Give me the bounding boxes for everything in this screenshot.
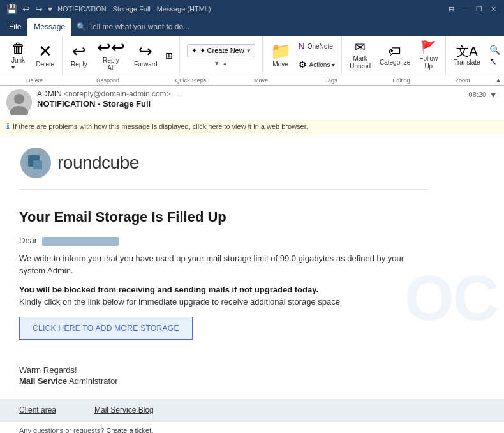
restore-button[interactable]: ❐ [473, 3, 485, 15]
translate-button[interactable]: 文A Translate [450, 37, 484, 74]
email-from: ADMIN <noreply@domain-admin.com> ... [37, 89, 464, 98]
ribbon-group-respond: ↩ Reply ↩↩ Reply All ↪ Forward ⊞ [63, 36, 180, 75]
footer-link-client[interactable]: Client area [19, 406, 56, 414]
mark-unread-button[interactable]: ✉ Mark Unread [346, 37, 374, 74]
email-subject: NOTIFICATION - Storage Full [37, 99, 464, 109]
info-bar[interactable]: ℹ If there are problems with how this me… [0, 119, 504, 133]
follow-up-button[interactable]: 🚩 Follow Up [415, 37, 441, 74]
quicksteps-expand-icon[interactable]: ▼ [214, 60, 219, 66]
junk-label: Junk ▾ [11, 57, 26, 71]
email-footer2: Any questions or requests? Create a tick… [0, 421, 504, 433]
footer-ticket-link[interactable]: Create a ticket. [106, 427, 153, 433]
actions-button[interactable]: ⚙ Actions ▾ [296, 59, 338, 70]
roundcube-text: roundcube [57, 153, 139, 173]
cta-button[interactable]: CLICK HERE TO ADD MORE STORAGE [19, 317, 193, 340]
window-title: NOTIFICATION - Storage Full - Message (H… [57, 5, 211, 13]
search-icon: 🔍 [77, 22, 86, 31]
cursor-icon: ↖ [489, 56, 497, 66]
reply-all-button[interactable]: ↩↩ Reply All [93, 37, 129, 74]
undo-icon[interactable]: ↩ [21, 4, 31, 14]
more-respond-button[interactable]: ⊞ [163, 50, 175, 61]
translate-icon: 文A [456, 45, 477, 57]
email-body-scroll[interactable]: OC roundcube Your Email Storage [0, 133, 504, 433]
infobar-text: If there are problems with how this mess… [13, 123, 308, 130]
menu-bar: File Message 🔍 Tell me what you want to … [0, 18, 504, 36]
move-group-label: Move [232, 77, 290, 84]
ribbon-group-tags: ✉ Mark Unread 🏷 Categorize 🚩 Follow Up [342, 36, 446, 75]
quick-access-toolbar: 💾 ↩ ↪ ▾ [5, 4, 54, 14]
collapse-ribbon-button[interactable]: ▲ [495, 77, 501, 84]
respond-group-label: Respond [66, 77, 149, 84]
email-meta: ADMIN <noreply@domain-admin.com> ... NOT… [37, 89, 464, 109]
expand-icon[interactable]: ▼ [489, 89, 498, 100]
sender-avatar [6, 89, 32, 115]
junk-icon: 🗑 [11, 40, 26, 57]
email-time: 08:20 [469, 91, 487, 98]
title-bar: 💾 ↩ ↪ ▾ NOTIFICATION - Storage Full - Me… [0, 0, 504, 18]
email-warning: You will be blocked from receiving and s… [19, 285, 427, 294]
mark-unread-icon: ✉ [355, 41, 366, 54]
email-body-inner: roundcube Your Email Storage Is Filled U… [0, 133, 447, 399]
move-icon: 📁 [271, 43, 291, 59]
quicksteps-shrink-icon[interactable]: ▲ [222, 60, 228, 66]
ribbon: 🗑 Junk ▾ ✕ Delete ↩ Reply ↩↩ Reply All ↪… [0, 36, 504, 86]
menu-file[interactable]: File [3, 18, 27, 36]
zoom-group-label: Zoom [430, 77, 495, 84]
junk-button[interactable]: 🗑 Junk ▾ [9, 37, 29, 74]
roundcube-logo: roundcube [19, 146, 427, 190]
dropdown-arrow-icon: ▾ [247, 47, 251, 55]
email-header-right: 08:20 ▼ [469, 89, 498, 100]
more-respond-icon: ⊞ [165, 50, 173, 61]
ribbon-group-delete: 🗑 Junk ▾ ✕ Delete [3, 36, 63, 75]
email-regards: Warm Regards! [19, 365, 427, 375]
move-small-btns: N OneNote ⚙ Actions ▾ [296, 37, 338, 74]
redo-icon[interactable]: ↪ [34, 4, 44, 14]
editing-group-label: Editing [373, 77, 430, 84]
editing-search-button[interactable]: 🔍 [487, 44, 503, 56]
reply-all-icon: ↩↩ [97, 39, 125, 56]
title-bar-left: 💾 ↩ ↪ ▾ NOTIFICATION - Storage Full - Me… [5, 4, 211, 14]
reply-icon: ↩ [72, 43, 86, 59]
create-new-button[interactable]: ✦ ✦ Create New ▾ [187, 44, 255, 57]
minimize-button[interactable]: — [459, 3, 471, 15]
svg-point-1 [14, 94, 24, 104]
main-content: ADMIN <noreply@domain-admin.com> ... NOT… [0, 86, 504, 433]
info-icon: ℹ [6, 121, 10, 131]
editing-search-icon: 🔍 [489, 45, 500, 55]
tell-me-bar[interactable]: 🔍 Tell me what you want to do... [71, 18, 195, 36]
create-new-icon: ✦ [191, 47, 197, 55]
cursor-button[interactable]: ↖ [487, 56, 503, 67]
ribbon-group-editing: 文A Translate 🔍 ↖ [446, 36, 504, 75]
save-icon[interactable]: 💾 [5, 4, 19, 14]
email-para1: We write to inform you that you have use… [19, 252, 427, 277]
actions-icon: ⚙ [299, 59, 307, 70]
forward-button[interactable]: ↪ Forward [130, 37, 161, 74]
junk-area: 🗑 Junk ▾ [6, 37, 31, 74]
email-footer: Client area Mail Service Blog [0, 399, 504, 421]
email-kindly: Kindly click on the link below for immed… [19, 297, 427, 307]
categorize-button[interactable]: 🏷 Categorize [376, 37, 414, 74]
forward-icon: ↪ [138, 43, 152, 59]
svg-rect-5 [33, 160, 42, 169]
move-button[interactable]: 📁 Move [267, 37, 295, 74]
quicksteps-group-label: Quick Steps [149, 77, 232, 84]
delete-button[interactable]: ✕ Delete [33, 37, 58, 74]
roundcube-icon [19, 146, 52, 179]
layout-button[interactable]: ⊟ [445, 3, 457, 15]
onenote-button[interactable]: N OneNote [296, 40, 338, 52]
ribbon-group-quicksteps: ✦ ✦ Create New ▾ ▼ ▲ [180, 36, 263, 75]
categorize-icon: 🏷 [389, 45, 401, 57]
tags-group-label: Tags [290, 77, 373, 84]
email-signature: Mail Service Administrator [19, 376, 427, 386]
customize-icon[interactable]: ▾ [47, 4, 54, 14]
footer-link-blog[interactable]: Mail Service Blog [94, 406, 154, 414]
email-heading: Your Email Storage Is Filled Up [19, 209, 427, 225]
reply-button[interactable]: ↩ Reply [66, 37, 92, 74]
menu-message[interactable]: Message [27, 18, 71, 36]
ribbon-top: 🗑 Junk ▾ ✕ Delete ↩ Reply ↩↩ Reply All ↪… [0, 36, 504, 75]
recipient-blurred [42, 237, 119, 246]
onenote-icon: N [299, 41, 305, 51]
close-button[interactable]: ✕ [487, 3, 499, 15]
email-from-address: <noreply@domain-admin.com> [64, 89, 171, 98]
ribbon-group-move: 📁 Move N OneNote ⚙ Actions ▾ [263, 36, 343, 75]
